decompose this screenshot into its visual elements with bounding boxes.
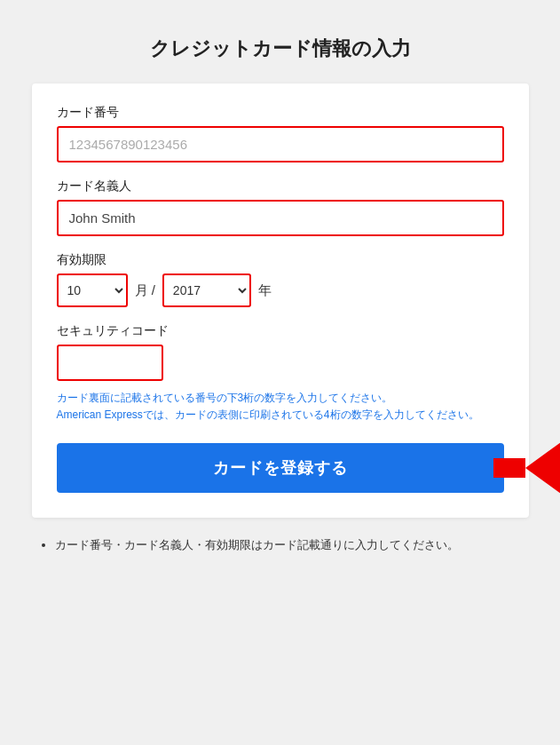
expiry-year-select[interactable]: 2015 2016 2017 2018 2019 2020 2021 2022 … [162, 273, 251, 307]
form-card: カード番号 カード名義人 有効期限 1 2 3 4 5 6 7 8 9 [32, 83, 529, 518]
security-note: カード裏面に記載されている番号の下3桁の数字を入力してください。 America… [57, 390, 504, 424]
card-number-group: カード番号 [57, 105, 504, 162]
card-number-input[interactable] [57, 126, 504, 162]
expiry-label: 有効期限 [57, 252, 504, 268]
cardholder-input[interactable] [57, 200, 504, 236]
security-input[interactable] [57, 345, 163, 381]
page-title: クレジットカード情報の入力 [150, 36, 411, 62]
cardholder-label: カード名義人 [57, 178, 504, 194]
card-number-label: カード番号 [57, 105, 504, 121]
arrow-indicator [493, 440, 561, 496]
security-group: セキュリティコード カード裏面に記載されている番号の下3桁の数字を入力してくださ… [57, 323, 504, 424]
expiry-group: 有効期限 1 2 3 4 5 6 7 8 9 10 11 12 月 / [57, 252, 504, 307]
footnote-list: カード番号・カード名義人・有効期限はカード記載通りに入力してください。 [32, 535, 529, 555]
arrow-body [493, 458, 525, 478]
expiry-row: 1 2 3 4 5 6 7 8 9 10 11 12 月 / 2015 2016 [57, 273, 504, 307]
arrow-head [525, 440, 561, 496]
page-container: クレジットカード情報の入力 カード番号 カード名義人 有効期限 1 2 3 4 … [18, 18, 542, 745]
expiry-month-select[interactable]: 1 2 3 4 5 6 7 8 9 10 11 12 [57, 273, 128, 307]
expiry-month-suffix: 月 / [135, 282, 155, 299]
register-button[interactable]: カードを登録する [57, 443, 504, 493]
cardholder-group: カード名義人 [57, 178, 504, 236]
footnote-item-1: カード番号・カード名義人・有効期限はカード記載通りに入力してください。 [55, 535, 529, 555]
expiry-year-suffix: 年 [258, 282, 272, 299]
register-btn-container: カードを登録する [57, 443, 504, 493]
security-label: セキュリティコード [57, 323, 504, 339]
